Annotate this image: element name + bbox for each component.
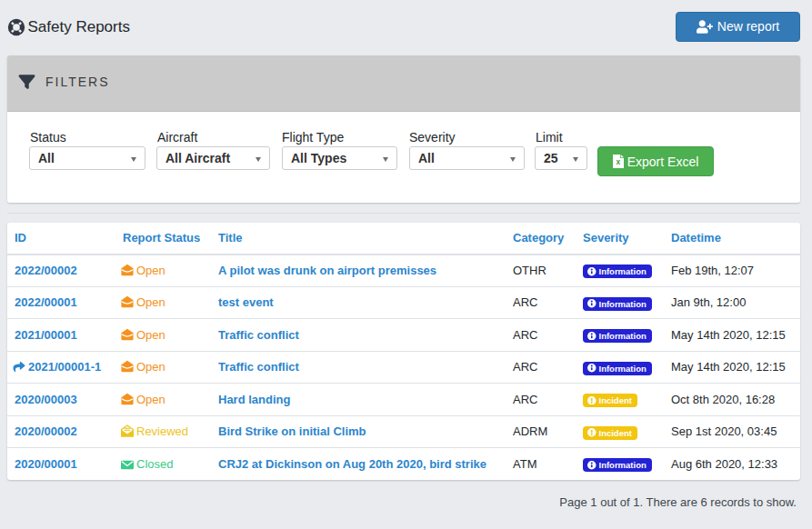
svg-text:x: x [616, 157, 620, 166]
